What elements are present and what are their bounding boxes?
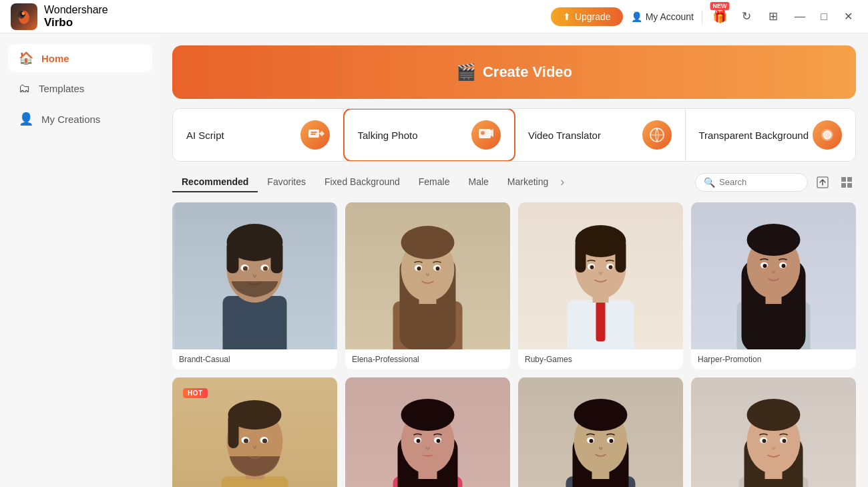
avatar-image-row2-4 <box>691 377 856 487</box>
sidebar-creations-label: My Creations <box>41 114 100 125</box>
svg-rect-40 <box>596 301 606 341</box>
svg-rect-22 <box>227 241 239 273</box>
svg-point-60 <box>782 264 786 268</box>
new-feature-area: NEW 🎁 <box>710 7 729 26</box>
avatar-card-brandt[interactable]: Brandt-Casual <box>172 202 337 369</box>
svg-point-33 <box>401 226 455 259</box>
maximize-button[interactable]: □ <box>815 7 833 26</box>
svg-point-69 <box>244 439 248 444</box>
upgrade-icon: ⬆ <box>563 11 571 22</box>
chevron-right-icon: › <box>560 175 564 189</box>
tool-card-ai-script[interactable]: AI Script <box>173 109 344 161</box>
talking-photo-icon <box>471 120 501 150</box>
avatar-label-harper: Harper-Promotion <box>691 349 856 369</box>
svg-point-80 <box>437 439 441 443</box>
avatar-label-ruby: Ruby-Games <box>518 349 683 369</box>
avatar-card-row2-2[interactable] <box>345 377 510 487</box>
video-translator-label: Video Translator <box>528 130 601 141</box>
minimize-button[interactable]: — <box>791 7 809 26</box>
avatar-image-harper <box>691 202 856 349</box>
svg-rect-18 <box>223 296 287 349</box>
svg-rect-46 <box>616 239 626 273</box>
app-logo <box>11 3 37 30</box>
avatar-card-row2-4[interactable] <box>691 377 856 487</box>
svg-rect-7 <box>479 129 491 138</box>
tool-card-video-translator[interactable]: Video Translator <box>515 109 686 161</box>
avatar-grid: Brandt-Casual <box>172 202 856 487</box>
sidebar-item-templates[interactable]: 🗂 Templates <box>8 75 152 102</box>
search-box[interactable]: 🔍 <box>695 173 808 192</box>
svg-point-90 <box>610 439 614 443</box>
svg-point-8 <box>481 131 485 135</box>
title-bar-right: ⬆ Upgrade 👤 My Account NEW 🎁 ↻ ⊞ — □ ✕ <box>551 7 857 26</box>
product-name: Virbo <box>44 16 108 29</box>
tool-card-talking-photo[interactable]: Talking Photo <box>343 108 516 162</box>
search-actions <box>813 173 856 192</box>
my-account-button[interactable]: 👤 My Account <box>631 11 694 22</box>
avatar-card-harper[interactable]: Harper-Promotion <box>691 202 856 369</box>
sidebar-item-my-creations[interactable]: 👤 My Creations <box>8 105 152 133</box>
svg-point-70 <box>262 439 267 444</box>
filter-tabs: Recommended Favorites Fixed Background F… <box>172 171 856 196</box>
tab-favorites[interactable]: Favorites <box>258 172 315 192</box>
video-translator-icon <box>642 120 672 150</box>
upgrade-label: Upgrade <box>575 11 611 22</box>
creations-icon: 👤 <box>19 112 33 126</box>
brand-name: Wondershare <box>44 3 108 16</box>
tab-fixed-background[interactable]: Fixed Background <box>315 172 409 192</box>
svg-rect-23 <box>271 241 283 273</box>
svg-point-100 <box>783 439 787 443</box>
sidebar-templates-label: Templates <box>39 83 84 94</box>
svg-point-4 <box>22 11 25 15</box>
svg-rect-66 <box>228 414 239 448</box>
home-icon: 🏠 <box>19 51 33 65</box>
svg-point-59 <box>763 264 767 268</box>
grid-icon[interactable]: ⊞ <box>764 7 783 26</box>
svg-point-49 <box>590 265 594 269</box>
sidebar-item-home[interactable]: 🏠 Home <box>8 44 152 72</box>
grid-view-icon[interactable] <box>837 173 856 192</box>
create-video-banner[interactable]: 🎬 Create Video <box>172 45 856 99</box>
ai-script-label: AI Script <box>186 130 224 141</box>
svg-point-99 <box>763 439 767 443</box>
refresh-icon[interactable]: ↻ <box>737 7 756 26</box>
gift-icon[interactable]: 🎁 <box>710 7 729 26</box>
tab-female[interactable]: Female <box>409 172 459 192</box>
avatar-image-brandt <box>172 202 337 349</box>
svg-rect-16 <box>847 183 852 188</box>
divider <box>702 10 702 23</box>
avatar-image-row2-2 <box>345 377 510 487</box>
svg-rect-45 <box>576 239 586 273</box>
account-label: My Account <box>646 11 694 22</box>
tab-male[interactable]: Male <box>459 172 497 192</box>
svg-marker-6 <box>319 131 324 136</box>
sidebar-home-label: Home <box>41 53 69 64</box>
avatar-card-ruby[interactable]: Ruby-Games <box>518 202 683 369</box>
avatar-card-row2-1[interactable]: HOT <box>172 377 337 487</box>
svg-point-96 <box>747 399 801 431</box>
close-button[interactable]: ✕ <box>839 7 857 26</box>
logo-area: Wondershare Virbo <box>11 3 108 30</box>
avatar-card-elena[interactable]: Elena-Professional <box>345 202 510 369</box>
content-area: 🎬 Create Video AI Script Talking Photo <box>160 33 868 487</box>
avatar-image-row2-3 <box>518 377 683 487</box>
transparent-bg-label: Transparent Background <box>699 130 809 141</box>
new-badge: NEW <box>710 2 730 10</box>
svg-point-76 <box>401 399 455 431</box>
logo-text: Wondershare Virbo <box>44 3 108 30</box>
svg-point-56 <box>747 224 801 256</box>
templates-icon: 🗂 <box>19 82 31 96</box>
tab-marketing[interactable]: Marketing <box>498 172 558 192</box>
hot-badge: HOT <box>183 388 208 398</box>
tool-card-transparent-bg[interactable]: Transparent Background <box>686 109 856 161</box>
create-video-label: Create Video <box>483 63 572 81</box>
title-bar: Wondershare Virbo ⬆ Upgrade 👤 My Account… <box>0 0 868 33</box>
upgrade-button[interactable]: ⬆ Upgrade <box>551 7 623 26</box>
avatar-card-row2-3[interactable] <box>518 377 683 487</box>
tab-more-button[interactable]: › <box>558 171 567 193</box>
upload-icon[interactable] <box>813 173 832 192</box>
search-input[interactable] <box>719 177 799 187</box>
svg-point-26 <box>243 267 248 271</box>
search-icon: 🔍 <box>704 177 715 188</box>
tab-recommended[interactable]: Recommended <box>172 172 258 192</box>
